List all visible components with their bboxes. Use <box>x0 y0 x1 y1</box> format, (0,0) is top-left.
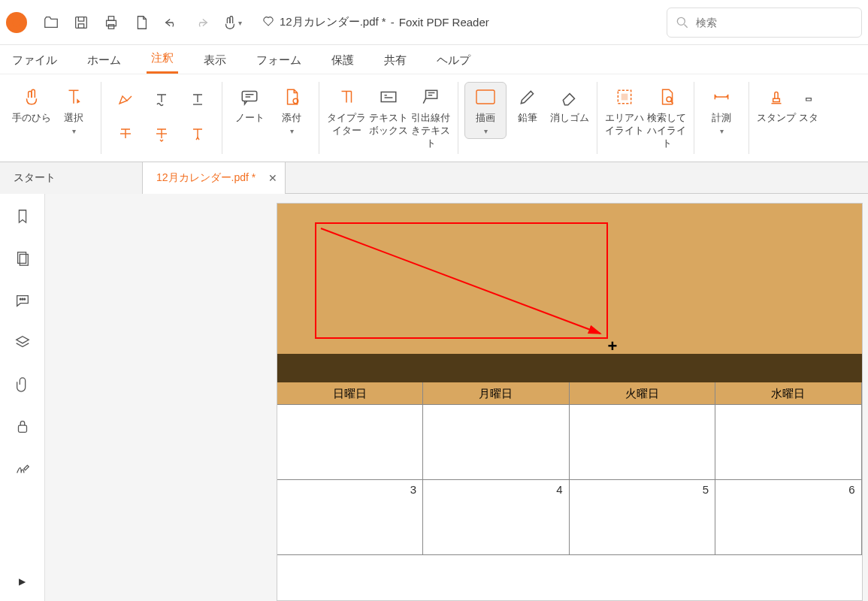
pdf-page: + 日曜日 月曜日 火曜日 水曜日 3 4 5 6 <box>277 203 863 601</box>
svg-rect-9 <box>381 92 396 102</box>
calendar-cell <box>715 405 862 479</box>
highlight-icon[interactable] <box>107 82 144 116</box>
hand-tool-button[interactable]: 手のひら <box>11 82 53 125</box>
menu-share[interactable]: 共有 <box>380 47 411 74</box>
save-icon[interactable] <box>66 8 96 38</box>
attach-icon <box>282 85 301 109</box>
svg-point-18 <box>22 298 23 300</box>
callout-button[interactable]: 引出線付きテキスト <box>410 82 452 150</box>
area-highlight-button[interactable]: エリアハイライト <box>603 82 646 137</box>
workspace: ▶ + 日曜日 月曜日 火曜日 水曜日 <box>0 194 868 601</box>
menu-file[interactable]: ファイル <box>8 47 62 74</box>
callout-icon <box>421 85 440 109</box>
expand-panel-icon[interactable]: ▶ <box>12 571 33 592</box>
draw-shape-button[interactable]: 描画▾ <box>464 82 507 139</box>
print-icon[interactable] <box>96 8 126 38</box>
day-header: 月曜日 <box>423 382 570 404</box>
menu-protect[interactable]: 保護 <box>327 47 358 74</box>
calendar-title-bar <box>277 354 862 382</box>
ribbon: 手のひら 選択▾ ノート 添付▾ タイプライター <box>0 74 868 162</box>
calendar-row <box>277 405 862 480</box>
svg-rect-4 <box>108 16 113 20</box>
squiggly-icon[interactable] <box>144 82 180 116</box>
menu-annotate[interactable]: 注釈 <box>147 45 178 74</box>
stamp-icon <box>767 85 786 109</box>
svg-rect-13 <box>622 94 628 101</box>
strikeout-icon[interactable] <box>107 116 144 151</box>
measure-icon <box>712 85 731 109</box>
typewriter-button[interactable]: タイプライター <box>325 82 367 137</box>
crosshair-cursor-icon: + <box>608 337 618 356</box>
pencil-icon <box>518 85 537 109</box>
drawn-arrow-annotation[interactable] <box>315 222 608 339</box>
insert-text-icon[interactable] <box>180 116 216 151</box>
window-title: 12月カレンダー.pdf * - Foxit PDF Reader <box>262 14 489 30</box>
close-tab-icon[interactable]: ✕ <box>268 172 277 184</box>
svg-point-0 <box>13 18 21 26</box>
menu-bar: ファイル ホーム 注釈 表示 フォーム 保護 共有 ヘルプ <box>0 45 868 74</box>
menu-help[interactable]: ヘルプ <box>432 47 475 74</box>
stamp2-button[interactable]: スタ <box>797 82 820 125</box>
redo-icon <box>186 8 216 38</box>
calendar-row: 3 4 5 6 <box>277 480 862 555</box>
day-header: 日曜日 <box>277 382 424 404</box>
undo-icon[interactable] <box>156 8 186 38</box>
tab-start[interactable]: スタート <box>0 162 143 194</box>
replace-text-icon[interactable] <box>144 116 180 151</box>
security-icon[interactable] <box>12 416 33 437</box>
titlebar: ▾ 12月カレンダー.pdf * - Foxit PDF Reader <box>0 0 868 45</box>
pencil-button[interactable]: 鉛筆 <box>507 82 549 125</box>
favorite-icon[interactable] <box>262 14 275 30</box>
textbox-button[interactable]: テキストボックス <box>367 82 410 137</box>
attach-button[interactable]: 添付▾ <box>271 82 313 136</box>
document-tabs: スタート 12月カレンダー.pdf * ✕ <box>0 162 868 194</box>
area-highlight-icon <box>615 85 634 109</box>
menu-view[interactable]: 表示 <box>199 47 231 74</box>
svg-rect-11 <box>476 90 494 104</box>
document-title: 12月カレンダー.pdf * <box>280 15 386 29</box>
open-icon[interactable] <box>36 8 66 38</box>
hand-grab-icon[interactable]: ▾ <box>216 8 246 38</box>
select-tool-button[interactable]: 選択▾ <box>53 82 95 136</box>
tab-document[interactable]: 12月カレンダー.pdf * ✕ <box>143 162 286 194</box>
pages-icon[interactable] <box>12 248 33 269</box>
day-header: 水曜日 <box>715 382 862 404</box>
svg-rect-20 <box>18 425 26 432</box>
svg-rect-2 <box>78 23 83 28</box>
bookmark-icon[interactable] <box>12 206 33 227</box>
app-logo-icon <box>6 12 27 33</box>
svg-rect-5 <box>108 24 113 29</box>
underline-icon[interactable] <box>180 82 216 116</box>
hand-icon <box>22 85 41 109</box>
svg-rect-1 <box>76 17 87 28</box>
attachments-icon[interactable] <box>12 374 33 395</box>
app-name: Foxit PDF Reader <box>399 16 489 29</box>
text-select-icon <box>64 85 83 109</box>
calendar-cell <box>570 405 716 479</box>
page-icon[interactable] <box>126 8 156 38</box>
text-markup-grid <box>107 82 216 151</box>
layers-icon[interactable] <box>12 332 33 353</box>
search-input[interactable] <box>696 17 827 29</box>
calendar-day-header-row: 日曜日 月曜日 火曜日 水曜日 <box>277 382 862 405</box>
note-button[interactable]: ノート <box>228 82 271 125</box>
menu-home[interactable]: ホーム <box>83 47 126 74</box>
svg-rect-7 <box>242 91 257 101</box>
stamp-button[interactable]: スタンプ <box>755 82 797 125</box>
canvas[interactable]: + 日曜日 月曜日 火曜日 水曜日 3 4 5 6 <box>45 194 868 601</box>
note-icon <box>240 85 259 109</box>
svg-point-6 <box>677 17 685 25</box>
signature-icon[interactable] <box>12 458 33 479</box>
search-box[interactable] <box>667 8 862 38</box>
search-highlight-button[interactable]: 検索してハイライト <box>646 82 688 150</box>
calendar-cell <box>277 405 424 479</box>
menu-form[interactable]: フォーム <box>252 47 306 74</box>
comments-icon[interactable] <box>12 290 33 311</box>
eraser-button[interactable]: 消しゴム <box>549 82 591 125</box>
calendar-cell: 3 <box>277 480 424 554</box>
calendar-cell: 4 <box>423 480 570 554</box>
calendar-cell: 5 <box>570 480 716 554</box>
textbox-icon <box>379 85 398 109</box>
measure-button[interactable]: 計測▾ <box>700 82 742 136</box>
side-panel: ▶ <box>0 194 45 601</box>
